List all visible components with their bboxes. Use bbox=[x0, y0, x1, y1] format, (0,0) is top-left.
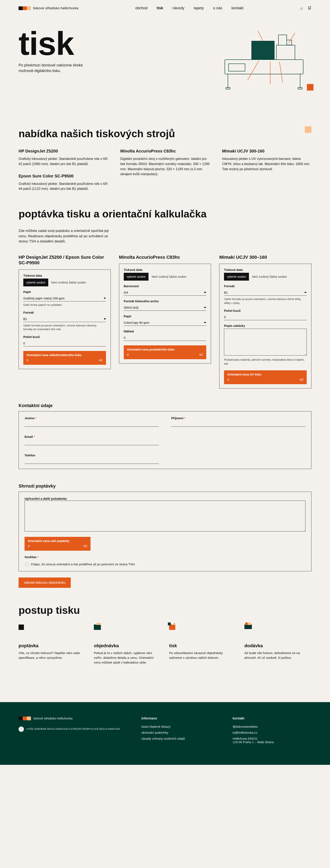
machine-4-desc: Inkoustový plotter s UV vytvrzovanými ba… bbox=[222, 156, 311, 172]
search-icon[interactable]: ⌕ bbox=[300, 6, 303, 10]
submit-button[interactable]: odeslat tiskovou objednávku bbox=[19, 578, 71, 588]
consent-label: Souhlas bbox=[25, 555, 36, 559]
calc2-printdata-label: Tisková data bbox=[124, 268, 206, 272]
nav-tisk[interactable]: tisk bbox=[157, 6, 163, 10]
nav-obchod[interactable]: obchod bbox=[135, 6, 147, 10]
nav-kontakt[interactable]: kontakt bbox=[231, 6, 243, 10]
footer-link-privacy[interactable]: zásady ochrany osobních údajů bbox=[141, 737, 220, 740]
footer-logo[interactable]: tiskové středisko hellichovka bbox=[19, 717, 129, 720]
cart-icon[interactable]: 🛒︎ bbox=[307, 6, 311, 10]
calc3-file-status: Není zvolený žádný soubor bbox=[252, 275, 287, 278]
calc3-qty-label: Počet kusů bbox=[224, 309, 307, 312]
nav-onas[interactable]: o nás bbox=[213, 6, 222, 10]
calc1-price-box: Orientační cena velkoformátového tisku 0… bbox=[23, 351, 106, 365]
phone-label: Telefon bbox=[25, 454, 35, 457]
calc1-paper-select[interactable]: Grafický papír matný 200 gsm bbox=[23, 295, 106, 302]
calc2-panel: Tisková data vyberte soubor Není zvolený… bbox=[119, 264, 211, 364]
footer-contact-email[interactable]: ts@hellichovka.cz bbox=[233, 731, 311, 734]
logo[interactable]: tiskové středisko hellichovka bbox=[19, 6, 78, 10]
total-price-currency: Kč bbox=[84, 544, 87, 548]
summary-heading: Shrnutí poptávky bbox=[19, 484, 311, 489]
calc3-qty-input[interactable] bbox=[224, 314, 307, 320]
calc1-price-label: Orientační cena velkoformátového tisku bbox=[27, 353, 103, 357]
calc1-qty-label: Počet kusů bbox=[23, 335, 106, 339]
calc3-title: Mimaki UCJV 300–160 bbox=[219, 254, 311, 260]
calc2-sheet-select[interactable]: SRA3 (A3) bbox=[124, 304, 206, 311]
footer-logo-mark-icon bbox=[19, 717, 31, 720]
footer-school-name: VYŠŠÍ ODBORNÁ ŠKOLA GRAFICKÁ A STŘEDNÍ P… bbox=[26, 727, 120, 731]
calc2-file-status: Není zvolený žádný soubor bbox=[152, 275, 187, 278]
machine-3-name: Minolta AccurioPress C83hc bbox=[120, 148, 209, 154]
calc2-file-button[interactable]: vyberte soubor bbox=[124, 273, 149, 281]
nav-navody[interactable]: návody bbox=[172, 6, 185, 10]
calc3-desc-hint: Požadovaný materiál, přesné rozměry, tis… bbox=[224, 358, 307, 366]
calc2-imposition-label: Náklad bbox=[124, 330, 206, 333]
footer-link-faq[interactable]: často kladené dotazy bbox=[141, 725, 220, 728]
process-2-title: objednávka bbox=[94, 643, 161, 648]
calc2-imposition-input[interactable] bbox=[124, 334, 206, 341]
page-title: tisk bbox=[19, 29, 97, 58]
machine-2-desc: Grafický inkoustový plotter. Standardně … bbox=[19, 181, 108, 192]
logo-mark-icon bbox=[19, 6, 31, 10]
process-1-icon bbox=[19, 624, 27, 633]
calc1-file-status: Není zvolený žádný soubor bbox=[52, 281, 86, 284]
calc1-qty-input[interactable] bbox=[23, 340, 106, 346]
firstname-label: Jméno * bbox=[25, 416, 36, 420]
machine-1-desc: Grafický inkoustový plotter. Standardně … bbox=[19, 156, 108, 167]
calc1-panel: Tisková data vyberte soubor Není zvolený… bbox=[19, 270, 111, 369]
process-2-desc: Pokud je to v našich silách, vyjdeme vám… bbox=[94, 651, 161, 665]
calc1-file-button[interactable]: vyberte soubor bbox=[23, 279, 48, 286]
consent-checkbox[interactable] bbox=[25, 563, 28, 565]
contact-heading: Kontaktní údaje bbox=[19, 403, 311, 408]
calc3-format-select[interactable]: B1 bbox=[224, 289, 307, 296]
calc3-price-value: 0 bbox=[227, 378, 229, 381]
calc1-price-value: 0 bbox=[27, 359, 28, 362]
calc1-format-select[interactable]: B1 bbox=[23, 315, 106, 322]
calc2-paper-select[interactable]: ColorCopy 90 gsm bbox=[124, 319, 206, 326]
calc3-desc-textarea[interactable] bbox=[224, 329, 307, 355]
calc-intro: Zde můžete zadat svoji poptávku a orient… bbox=[19, 228, 111, 244]
hero-desc: Po předchozí domluvě nabízíme široké mož… bbox=[19, 63, 97, 74]
calc3-file-button[interactable]: vyberte soubor bbox=[224, 273, 249, 281]
calc2-color-label: Barevnost bbox=[124, 284, 206, 288]
summary-panel: Upřesnění a další požadavky Orientační c… bbox=[19, 492, 311, 571]
lastname-input[interactable] bbox=[171, 420, 305, 427]
footer-contact-heading: kontakt bbox=[233, 717, 311, 720]
process-3-icon bbox=[169, 624, 177, 633]
phone-input[interactable] bbox=[25, 457, 159, 464]
calc2-color-select[interactable]: 4/4 bbox=[124, 289, 206, 296]
nav-tapety[interactable]: tapety bbox=[194, 6, 204, 10]
email-input[interactable] bbox=[25, 439, 159, 445]
contact-panel: Jméno * Příjmení * Email * Telefon bbox=[19, 411, 311, 469]
calc3-price-label: Orientační cena UV tisku bbox=[227, 373, 303, 376]
calc3-price-box: Orientační cena UV tisku 0Kč bbox=[224, 370, 307, 384]
footer-info-heading: informace bbox=[141, 717, 220, 720]
process-2-icon bbox=[94, 624, 102, 633]
calc2-price-label: Orientační cena produkčního tisku bbox=[127, 348, 203, 351]
consent-row[interactable]: Chápu, že cena je orientační a tisk prob… bbox=[25, 562, 305, 566]
process-3-title: tisk bbox=[169, 643, 236, 648]
process-heading: postup tisku bbox=[19, 604, 311, 616]
process-4-desc: Až bude vše hotovo, dohodneme se na přev… bbox=[244, 651, 311, 660]
machine-2-name: Epson Sure Color SC-P9500 bbox=[19, 173, 108, 179]
printer-illustration bbox=[217, 29, 311, 91]
firstname-input[interactable] bbox=[25, 420, 159, 427]
svg-rect-4 bbox=[278, 35, 287, 45]
footer-contact-address: Hellichova 535/22, 118 00 Praha 1 – Malá… bbox=[233, 737, 311, 744]
calc3-desc-label: Popis zakázky bbox=[224, 324, 307, 328]
footer-school[interactable]: VYŠŠÍ ODBORNÁ ŠKOLA GRAFICKÁ A STŘEDNÍ P… bbox=[19, 726, 129, 732]
summary-notes-label: Upřesnění a další požadavky bbox=[25, 497, 67, 500]
email-label: Email * bbox=[25, 435, 35, 438]
calc1-paper-label: Papír bbox=[23, 290, 106, 293]
decor-orange-square bbox=[307, 84, 314, 91]
calc1-format-hint: Výběr formátu je pouze orientační, umíme… bbox=[23, 324, 106, 332]
calc3-panel: Tisková data vyberte soubor Není zvolený… bbox=[219, 264, 311, 389]
calc1-format-label: Formát bbox=[23, 311, 106, 314]
svg-rect-3 bbox=[276, 45, 295, 60]
summary-notes-textarea[interactable] bbox=[25, 500, 305, 531]
calc2-price-currency: Kč bbox=[199, 353, 203, 356]
footer-link-terms[interactable]: obchodní podmínky bbox=[141, 731, 220, 734]
footer-contact-ig[interactable]: @tiskovestredisko bbox=[233, 725, 311, 728]
calc2-sheet-label: Formát tiskového archu bbox=[124, 299, 206, 303]
machine-3-desc: Digitální produkční stroj s rozšířeným g… bbox=[120, 156, 209, 177]
